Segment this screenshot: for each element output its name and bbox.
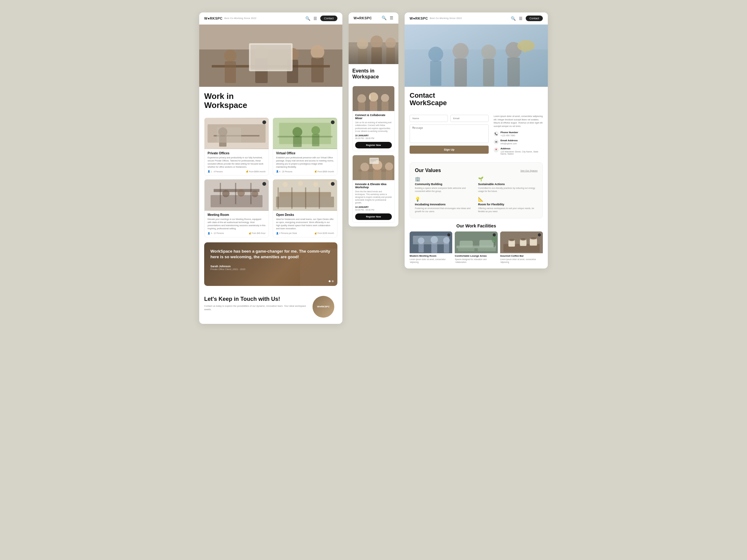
menu-icon-panel3[interactable]: ☰ [519,16,522,21]
testimonial-author: Sarah Johnson [210,265,331,268]
nav-icons-panel3: 🔍 ☰ Contact [511,16,543,21]
keep-logo-text: W●RKSPC [317,305,330,308]
svg-rect-60 [382,101,388,111]
space-card-virtual[interactable]: Virtual Office Establish your profession… [273,117,337,176]
space-card-desks[interactable]: Open Desks Ideal for freelancers and sma… [273,179,337,237]
message-textarea[interactable] [410,125,489,143]
svg-rect-92 [431,243,437,253]
svg-rect-90 [419,243,424,252]
svg-point-107 [509,239,514,241]
email-icon: ✉ [494,139,499,144]
svg-point-34 [252,191,258,197]
space-card-persons-meeting: 👤 4 - 12 Persons [208,232,224,235]
contact-address-text: Address 123 Wanderer Street, City Name, … [500,147,543,155]
search-icon-panel2[interactable]: 🔍 [382,16,387,20]
svg-rect-58 [370,101,377,111]
menu-icon-panel2[interactable]: ☰ [390,16,393,20]
facility-img-lounge [455,232,497,253]
values-title-row: Our Values See Our Spaces [415,168,538,173]
contact-form-left: Sign Up [410,115,489,157]
register-button-workshop[interactable]: Register Now [355,213,392,220]
nav-panel1: W●RKSPC Best Co-Working Since 2022 🔍 ☰ C… [199,12,342,25]
address-label: Address [500,147,543,150]
svg-rect-40 [305,188,306,209]
facility-dot-coffee [538,233,541,236]
svg-rect-41 [319,188,320,209]
contact-form-area: Sign Up Lorem ipsum dolor sit amet, cons… [405,115,548,162]
event-card-mixer[interactable]: Connect & Collaborate Mixer Join us for … [352,86,395,151]
space-card-img-meeting [205,180,268,211]
svg-point-23 [312,126,320,135]
value-name-community: Community Building [415,183,474,186]
space-card-private[interactable]: Private Offices Experience privacy and p… [204,117,269,176]
menu-icon-panel1[interactable]: ☰ [313,16,317,21]
svg-point-21 [292,127,302,137]
facilities-section: Our Work Facilities [405,223,548,268]
svg-rect-29 [220,183,221,205]
contact-email-item: ✉ Email Address info@xplore.com [494,139,543,145]
svg-rect-68 [373,169,381,180]
space-card-meta-private: 👤 1 - 4 Persons 💰 From $699 /month [208,170,265,173]
see-spaces-button[interactable]: See Our Spaces [520,169,538,172]
events-title-section: Events in Workspace [349,64,398,86]
svg-rect-56 [358,102,365,111]
contact-hero-overlay [405,25,548,87]
facilities-grid: Modern Meeting Room Lorem ipsum dolor si… [410,232,543,264]
search-icon-panel3[interactable]: 🔍 [511,16,516,21]
search-icon-panel1[interactable]: 🔍 [305,16,310,21]
signup-button[interactable]: Sign Up [410,145,489,154]
event-card-img-mixer [353,86,394,111]
svg-point-59 [381,94,389,102]
hero-image-panel1 [199,25,342,87]
facility-card-coffee[interactable]: Gourmet Coffee Bar Lorem ipsum dolor sit… [500,232,543,264]
contact-button-panel3[interactable]: Contact [526,16,543,21]
sustainable-icon: 🌱 [478,177,538,181]
contact-button-panel1[interactable]: Contact [320,16,337,21]
svg-point-9 [311,45,324,59]
svg-point-3 [224,50,236,62]
facility-dot-meeting [447,233,450,236]
email-input[interactable] [450,115,489,122]
space-card-title-meeting: Meeting Room [208,213,265,216]
community-icon: 🏢 [415,177,474,181]
keep-desc: Contact us today to explore the possibil… [204,304,309,312]
name-input[interactable] [410,115,448,122]
svg-point-69 [385,162,393,170]
svg-point-113 [531,237,536,239]
logo-badge-panel3: Best Co-Working Since 2022 [430,17,462,20]
nav-icons-panel2: 🔍 ☰ [382,16,393,20]
contact-title-section: Contact WorkScape [405,87,548,115]
facility-card-lounge[interactable]: Comfortable Lounge Areas Spaces designed… [455,232,497,264]
space-cards-grid: Private Offices Experience privacy and p… [199,117,342,242]
space-card-meta-desks: 👤 2 Persons per Desk 💰 From $199 /month [276,232,334,235]
facilities-title: Our Work Facilities [410,223,543,229]
register-button-mixer[interactable]: Register Now [355,142,392,149]
value-item-innovation: 💡 Incubating Innovations Fostering an en… [415,196,474,213]
event-card-time-mixer: 06:00 PM - 08:00 PM [355,137,392,139]
event-card-time-workshop: 03:00 PM - 05:00 PM [355,209,392,211]
testimonial-dot-2[interactable] [332,280,334,282]
logo-badge-panel1: Best Co-Working Since 2022 [225,17,256,20]
space-card-meeting[interactable]: Meeting Room Elevate your meetings in ou… [204,179,269,237]
contact-phone-item: 📞 Phone Number +123 456 7890 [494,131,543,137]
events-hero-image [349,24,398,64]
value-item-flexibility: 📐 Room for Flexibility Offering various … [478,196,538,213]
testimonial-dot-1[interactable] [329,280,331,282]
svg-rect-94 [444,243,449,253]
contact-address-item: 📍 Address 123 Wanderer Street, City Name… [494,147,543,155]
svg-point-42 [283,182,288,187]
svg-rect-12 [251,45,291,70]
svg-rect-31 [250,183,252,205]
value-desc-flexibility: Offering various workspaces to suit your… [478,207,538,213]
svg-rect-4 [225,61,236,83]
value-name-flexibility: Room for Flexibility [478,203,538,206]
logo-panel3: W●RKSPC Best Co-Working Since 2022 [410,17,508,20]
svg-rect-18 [216,128,241,143]
facility-img-coffee [500,232,543,253]
event-card-workshop[interactable]: Innovate & Elevate Idea Workshop Dive in… [352,155,395,223]
space-card-price-desks: 💰 From $199 /month [314,232,334,235]
facility-card-meeting[interactable]: Modern Meeting Room Lorem ipsum dolor si… [410,232,452,264]
event-card-body-mixer: Connect & Collaborate Mixer Join us for … [353,111,394,151]
event-card-desc-mixer: Join us for an evening of networking and… [355,121,392,132]
contact-hero-image [405,25,548,87]
